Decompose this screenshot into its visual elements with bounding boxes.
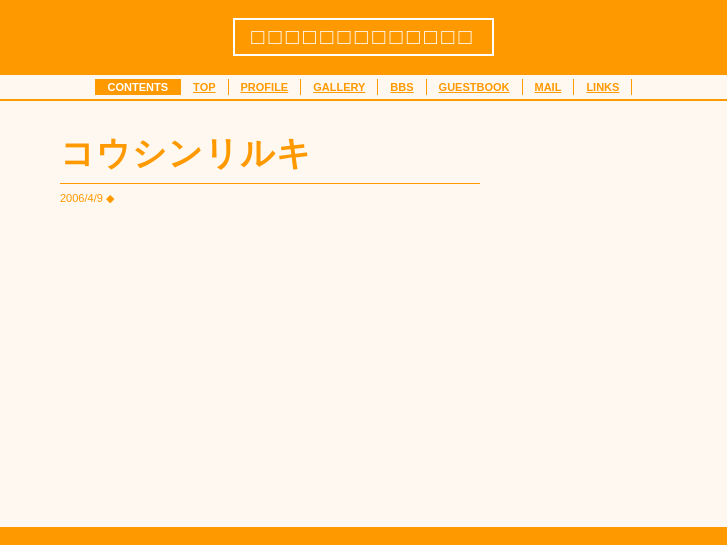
site-title: □□□□□□□□□□□□□	[233, 18, 494, 56]
main-content: コウシンリルキ 2006/4/9 ◆	[0, 101, 727, 235]
heading-divider	[60, 183, 480, 184]
nav-item-bbs[interactable]: BBS	[378, 79, 426, 95]
top-banner: □□□□□□□□□□□□□	[0, 0, 727, 74]
date-text: 2006/4/9 ◆	[60, 192, 667, 205]
nav-item-contents[interactable]: CONTENTS	[95, 79, 182, 95]
nav-item-mail[interactable]: MAIL	[523, 79, 575, 95]
nav-bar: CONTENTSTOPPROFILEGALLERYBBSGUESTBOOKMAI…	[0, 74, 727, 101]
nav-item-links[interactable]: LINKS	[574, 79, 632, 95]
nav-item-profile[interactable]: PROFILE	[229, 79, 302, 95]
nav-item-top[interactable]: TOP	[181, 79, 228, 95]
nav-item-gallery[interactable]: GALLERY	[301, 79, 378, 95]
bottom-bar	[0, 527, 727, 545]
page-heading: コウシンリルキ	[60, 131, 667, 177]
nav-item-guestbook[interactable]: GUESTBOOK	[427, 79, 523, 95]
